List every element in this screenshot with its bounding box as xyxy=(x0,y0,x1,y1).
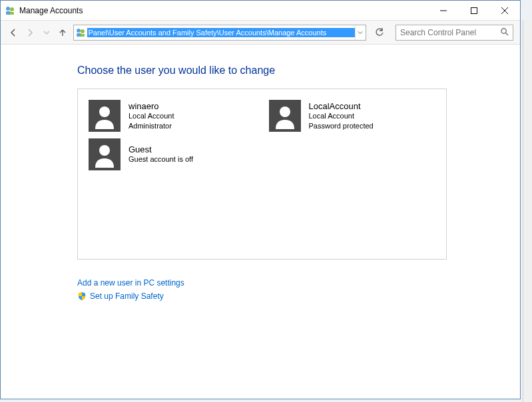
up-button[interactable] xyxy=(57,26,69,39)
account-name: LocalAccount xyxy=(309,101,374,111)
svg-point-8 xyxy=(77,29,81,33)
back-button[interactable] xyxy=(7,26,20,39)
family-safety-link[interactable]: Set up Family Safety xyxy=(77,292,513,301)
svg-rect-10 xyxy=(77,33,81,37)
app-icon xyxy=(5,5,15,16)
svg-point-0 xyxy=(6,7,10,11)
accounts-container: winaero Local Account Administrator Loca… xyxy=(77,89,447,260)
search-box[interactable] xyxy=(396,25,513,41)
window-title: Manage Accounts xyxy=(19,6,428,15)
window: Manage Accounts xyxy=(0,0,521,399)
address-bar-icon xyxy=(75,27,86,38)
account-info: Guest Guest account is off xyxy=(129,138,193,170)
link-label: Set up Family Safety xyxy=(90,292,164,301)
svg-point-1 xyxy=(10,7,14,11)
account-info: winaero Local Account Administrator xyxy=(129,100,174,132)
search-input[interactable] xyxy=(400,28,500,37)
right-edge xyxy=(523,20,532,402)
account-name: winaero xyxy=(129,101,174,111)
address-dropdown[interactable] xyxy=(355,25,366,40)
svg-point-9 xyxy=(81,29,85,33)
account-item-guest[interactable]: Guest Guest account is off xyxy=(89,138,256,170)
content-area: Choose the user you would like to change… xyxy=(1,45,520,311)
avatar-icon xyxy=(269,100,301,132)
shield-icon xyxy=(77,292,87,301)
account-item-winaero[interactable]: winaero Local Account Administrator xyxy=(89,100,256,132)
svg-rect-5 xyxy=(471,7,477,13)
forward-button[interactable] xyxy=(24,26,37,39)
account-info: LocalAccount Local Account Password prot… xyxy=(309,100,374,132)
links-section: Add a new user in PC settings Set up Fam… xyxy=(77,278,513,301)
svg-rect-2 xyxy=(6,11,11,15)
account-type: Local Account xyxy=(309,111,374,120)
maximize-button[interactable] xyxy=(459,1,489,20)
svg-rect-3 xyxy=(10,12,14,15)
avatar-icon xyxy=(89,138,121,170)
address-bar[interactable]: Panel\User Accounts and Family Safety\Us… xyxy=(73,25,366,41)
account-type: Local Account xyxy=(129,111,174,120)
search-icon xyxy=(500,27,509,39)
refresh-button[interactable] xyxy=(373,25,386,40)
add-user-link[interactable]: Add a new user in PC settings xyxy=(77,278,513,288)
page-heading: Choose the user you would like to change xyxy=(77,65,513,77)
link-label: Add a new user in PC settings xyxy=(77,278,184,288)
account-name: Guest xyxy=(129,144,193,154)
titlebar: Manage Accounts xyxy=(1,1,520,21)
recent-pages-dropdown[interactable] xyxy=(40,26,53,39)
svg-line-13 xyxy=(505,33,508,35)
svg-point-15 xyxy=(280,106,290,117)
account-item-localaccount[interactable]: LocalAccount Local Account Password prot… xyxy=(269,100,436,132)
window-controls xyxy=(428,1,520,20)
avatar-icon xyxy=(89,100,121,132)
close-button[interactable] xyxy=(489,1,520,20)
minimize-button[interactable] xyxy=(428,1,459,20)
svg-rect-11 xyxy=(81,34,85,37)
account-status: Password protected xyxy=(309,121,374,130)
svg-point-16 xyxy=(99,145,110,156)
toolbar: Panel\User Accounts and Family Safety\Us… xyxy=(1,21,520,45)
account-role: Administrator xyxy=(129,121,174,130)
svg-point-12 xyxy=(501,28,506,33)
account-status: Guest account is off xyxy=(129,154,193,164)
svg-point-14 xyxy=(99,106,110,117)
address-text: Panel\User Accounts and Family Safety\Us… xyxy=(87,28,355,37)
